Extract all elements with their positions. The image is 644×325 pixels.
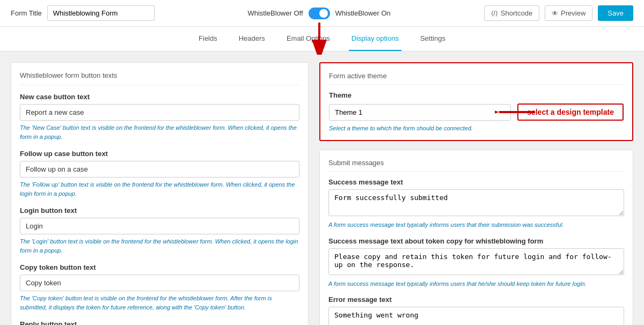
down-arrow-annotation [311, 23, 327, 55]
whistleblower-on-label: WhistleBlower On [335, 9, 391, 17]
tab-display-options[interactable]: Display options [349, 27, 401, 51]
copy-token-desc: The 'Copy token' button text is visible … [20, 294, 299, 312]
right-panel: Form active theme Theme select a design … [319, 62, 633, 325]
new-case-label: New case button text [20, 93, 299, 101]
follow-up-label: Follow up case button text [20, 150, 299, 158]
left-arrow-annotation [495, 106, 538, 119]
reply-section: Reply button text The 'Reply' button tex… [20, 320, 299, 325]
new-case-section: New case button text The 'New Case' butt… [20, 93, 299, 141]
copy-token-input[interactable] [20, 275, 299, 291]
new-case-desc: The 'New Case' button text is visible on… [20, 123, 299, 141]
success-message-textarea[interactable]: Form successfully submitted [328, 189, 624, 216]
error-message-textarea[interactable]: Something went wrong [328, 307, 624, 325]
error-message-field: Error message text Something went wrong … [328, 296, 624, 325]
token-message-field: Success message text about token copy fo… [328, 237, 624, 289]
shortcode-icon: ⟨/⟩ [491, 10, 498, 17]
theme-desc: Select a theme to which the form should … [329, 125, 624, 131]
login-label: Login button text [20, 206, 299, 215]
login-desc: The 'Login' button text is visible on th… [20, 237, 299, 255]
panel-title: Whistleblower form button texts [20, 71, 299, 85]
save-button[interactable]: Save [598, 5, 633, 21]
messages-section: Submit messages Success message text For… [319, 150, 633, 325]
copy-token-section: Copy token button text The 'Copy token' … [20, 263, 299, 312]
success-message-field: Success message text Form successfully s… [328, 178, 624, 230]
reply-label: Reply button text [20, 320, 299, 325]
follow-up-desc: The 'Follow up' button text is visible o… [20, 180, 299, 198]
follow-up-input[interactable] [20, 161, 299, 178]
token-message-textarea[interactable]: Please copy and retain this token for fu… [328, 248, 624, 275]
theme-section-title: Form active theme [329, 72, 624, 85]
copy-token-label: Copy token button text [20, 263, 299, 271]
left-panel: Whistleblower form button texts New case… [11, 62, 309, 325]
whistleblower-toggle[interactable] [309, 8, 330, 19]
token-message-desc: A form success message text typically in… [328, 279, 624, 289]
shortcode-button[interactable]: ⟨/⟩ Shortcode [484, 5, 540, 21]
theme-label: Theme [329, 91, 624, 99]
shortcode-label: Shortcode [501, 9, 532, 17]
login-input[interactable] [20, 218, 299, 234]
error-message-label: Error message text [328, 296, 624, 304]
success-message-label: Success message text [328, 178, 624, 186]
theme-section: Form active theme Theme select a design … [319, 62, 633, 141]
tab-fields[interactable]: Fields [196, 27, 220, 51]
login-section: Login button text The 'Login' button tex… [20, 206, 299, 255]
follow-up-section: Follow up case button text The 'Follow u… [20, 150, 299, 198]
messages-section-title: Submit messages [328, 159, 624, 172]
tab-headers[interactable]: Headers [236, 27, 268, 51]
success-message-desc: A form success message text typically in… [328, 220, 624, 230]
new-case-input[interactable] [20, 104, 299, 121]
preview-button[interactable]: 👁 Preview [545, 5, 592, 21]
whistleblower-off-label: WhistleBlower Off [247, 9, 303, 17]
theme-input[interactable] [329, 104, 511, 121]
tab-settings[interactable]: Settings [418, 27, 448, 51]
preview-label: Preview [561, 9, 586, 17]
form-title-label: Form Title [11, 9, 42, 17]
preview-icon: 👁 [552, 10, 558, 17]
token-message-label: Success message text about token copy fo… [328, 237, 624, 245]
form-title-input[interactable] [47, 5, 155, 21]
